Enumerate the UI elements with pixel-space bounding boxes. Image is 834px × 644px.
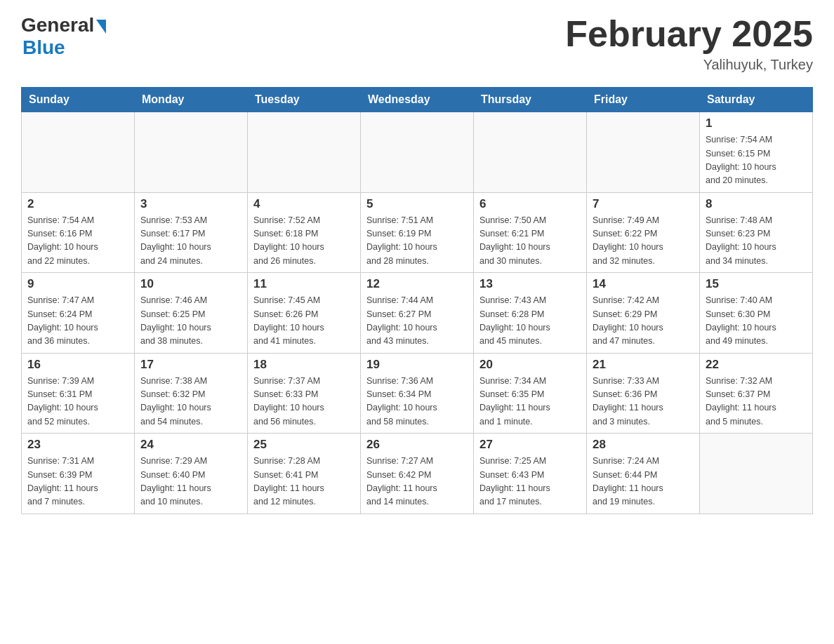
day-info: Sunrise: 7:32 AMSunset: 6:37 PMDaylight:… — [706, 375, 807, 429]
day-info: Sunrise: 7:29 AMSunset: 6:40 PMDaylight:… — [140, 455, 241, 509]
day-cell: 9Sunrise: 7:47 AMSunset: 6:24 PMDaylight… — [22, 273, 135, 354]
day-number: 27 — [479, 438, 581, 452]
day-cell: 11Sunrise: 7:45 AMSunset: 6:26 PMDayligh… — [248, 273, 361, 354]
col-header-friday: Friday — [587, 88, 700, 112]
col-header-tuesday: Tuesday — [248, 88, 361, 112]
day-cell: 2Sunrise: 7:54 AMSunset: 6:16 PMDaylight… — [22, 192, 135, 273]
day-info: Sunrise: 7:34 AMSunset: 6:35 PMDaylight:… — [479, 375, 581, 429]
day-info: Sunrise: 7:33 AMSunset: 6:36 PMDaylight:… — [593, 375, 694, 429]
day-cell: 16Sunrise: 7:39 AMSunset: 6:31 PMDayligh… — [22, 353, 135, 434]
title-block: February 2025 Yalihuyuk, Turkey — [565, 14, 813, 73]
week-row-2: 9Sunrise: 7:47 AMSunset: 6:24 PMDaylight… — [22, 273, 813, 354]
day-number: 2 — [27, 197, 128, 211]
day-number: 20 — [479, 358, 581, 372]
day-info: Sunrise: 7:50 AMSunset: 6:21 PMDaylight:… — [479, 214, 581, 269]
day-cell: 8Sunrise: 7:48 AMSunset: 6:23 PMDaylight… — [700, 192, 813, 273]
week-row-4: 23Sunrise: 7:31 AMSunset: 6:39 PMDayligh… — [22, 434, 813, 514]
day-cell: 15Sunrise: 7:40 AMSunset: 6:30 PMDayligh… — [700, 273, 813, 354]
col-header-wednesday: Wednesday — [361, 88, 474, 112]
day-info: Sunrise: 7:43 AMSunset: 6:28 PMDaylight:… — [479, 294, 581, 349]
logo: General Blue — [21, 14, 106, 59]
logo-triangle-icon — [96, 20, 106, 34]
day-cell: 4Sunrise: 7:52 AMSunset: 6:18 PMDaylight… — [248, 192, 361, 273]
page-header: General Blue February 2025 Yalihuyuk, Tu… — [21, 14, 813, 73]
day-info: Sunrise: 7:24 AMSunset: 6:44 PMDaylight:… — [593, 455, 694, 509]
day-info: Sunrise: 7:52 AMSunset: 6:18 PMDaylight:… — [253, 214, 355, 269]
day-number: 15 — [706, 277, 807, 291]
day-number: 7 — [593, 197, 694, 211]
day-number: 1 — [706, 116, 807, 130]
day-info: Sunrise: 7:44 AMSunset: 6:27 PMDaylight:… — [366, 294, 468, 349]
day-cell — [474, 112, 587, 193]
day-cell: 3Sunrise: 7:53 AMSunset: 6:17 PMDaylight… — [135, 192, 248, 273]
day-cell: 14Sunrise: 7:42 AMSunset: 6:29 PMDayligh… — [587, 273, 700, 354]
day-number: 10 — [140, 277, 241, 291]
day-cell: 1Sunrise: 7:54 AMSunset: 6:15 PMDaylight… — [700, 112, 813, 193]
day-cell: 26Sunrise: 7:27 AMSunset: 6:42 PMDayligh… — [361, 434, 474, 514]
logo-blue-text: Blue — [22, 36, 65, 59]
day-number: 5 — [366, 197, 468, 211]
day-cell — [135, 112, 248, 193]
day-cell: 5Sunrise: 7:51 AMSunset: 6:19 PMDaylight… — [361, 192, 474, 273]
day-number: 8 — [706, 197, 807, 211]
day-number: 14 — [593, 277, 694, 291]
header-row: SundayMondayTuesdayWednesdayThursdayFrid… — [22, 88, 813, 112]
day-number: 12 — [366, 277, 468, 291]
logo-general-text: General — [21, 14, 94, 36]
day-number: 13 — [479, 277, 581, 291]
day-info: Sunrise: 7:54 AMSunset: 6:15 PMDaylight:… — [706, 133, 807, 188]
day-number: 24 — [140, 438, 241, 452]
col-header-monday: Monday — [135, 88, 248, 112]
day-info: Sunrise: 7:40 AMSunset: 6:30 PMDaylight:… — [706, 294, 807, 349]
day-info: Sunrise: 7:39 AMSunset: 6:31 PMDaylight:… — [27, 375, 128, 429]
day-info: Sunrise: 7:51 AMSunset: 6:19 PMDaylight:… — [366, 214, 468, 269]
col-header-sunday: Sunday — [22, 88, 135, 112]
day-cell: 22Sunrise: 7:32 AMSunset: 6:37 PMDayligh… — [700, 353, 813, 434]
month-title: February 2025 — [565, 14, 813, 54]
day-cell: 18Sunrise: 7:37 AMSunset: 6:33 PMDayligh… — [248, 353, 361, 434]
day-number: 6 — [479, 197, 581, 211]
day-info: Sunrise: 7:53 AMSunset: 6:17 PMDaylight:… — [140, 214, 241, 269]
day-info: Sunrise: 7:31 AMSunset: 6:39 PMDaylight:… — [27, 455, 128, 509]
day-info: Sunrise: 7:28 AMSunset: 6:41 PMDaylight:… — [253, 455, 355, 509]
day-cell: 7Sunrise: 7:49 AMSunset: 6:22 PMDaylight… — [587, 192, 700, 273]
day-number: 21 — [593, 358, 694, 372]
day-info: Sunrise: 7:47 AMSunset: 6:24 PMDaylight:… — [27, 294, 128, 349]
day-number: 11 — [253, 277, 355, 291]
day-cell — [248, 112, 361, 193]
day-info: Sunrise: 7:54 AMSunset: 6:16 PMDaylight:… — [27, 214, 128, 269]
calendar-body: 1Sunrise: 7:54 AMSunset: 6:15 PMDaylight… — [22, 112, 813, 514]
day-cell: 27Sunrise: 7:25 AMSunset: 6:43 PMDayligh… — [474, 434, 587, 514]
day-number: 26 — [366, 438, 468, 452]
day-cell: 23Sunrise: 7:31 AMSunset: 6:39 PMDayligh… — [22, 434, 135, 514]
day-cell: 24Sunrise: 7:29 AMSunset: 6:40 PMDayligh… — [135, 434, 248, 514]
day-cell: 6Sunrise: 7:50 AMSunset: 6:21 PMDaylight… — [474, 192, 587, 273]
day-cell: 17Sunrise: 7:38 AMSunset: 6:32 PMDayligh… — [135, 353, 248, 434]
day-number: 4 — [253, 197, 355, 211]
day-cell: 12Sunrise: 7:44 AMSunset: 6:27 PMDayligh… — [361, 273, 474, 354]
day-info: Sunrise: 7:42 AMSunset: 6:29 PMDaylight:… — [593, 294, 694, 349]
day-cell — [361, 112, 474, 193]
week-row-1: 2Sunrise: 7:54 AMSunset: 6:16 PMDaylight… — [22, 192, 813, 273]
day-info: Sunrise: 7:37 AMSunset: 6:33 PMDaylight:… — [253, 375, 355, 429]
day-info: Sunrise: 7:25 AMSunset: 6:43 PMDaylight:… — [479, 455, 581, 509]
day-cell: 10Sunrise: 7:46 AMSunset: 6:25 PMDayligh… — [135, 273, 248, 354]
day-info: Sunrise: 7:49 AMSunset: 6:22 PMDaylight:… — [593, 214, 694, 269]
day-number: 17 — [140, 358, 241, 372]
day-number: 3 — [140, 197, 241, 211]
day-number: 18 — [253, 358, 355, 372]
day-number: 22 — [706, 358, 807, 372]
day-cell: 19Sunrise: 7:36 AMSunset: 6:34 PMDayligh… — [361, 353, 474, 434]
day-cell: 13Sunrise: 7:43 AMSunset: 6:28 PMDayligh… — [474, 273, 587, 354]
week-row-0: 1Sunrise: 7:54 AMSunset: 6:15 PMDaylight… — [22, 112, 813, 193]
day-number: 25 — [253, 438, 355, 452]
calendar-table: SundayMondayTuesdayWednesdayThursdayFrid… — [21, 87, 813, 514]
day-info: Sunrise: 7:48 AMSunset: 6:23 PMDaylight:… — [706, 214, 807, 269]
day-number: 23 — [27, 438, 128, 452]
col-header-saturday: Saturday — [700, 88, 813, 112]
day-cell: 25Sunrise: 7:28 AMSunset: 6:41 PMDayligh… — [248, 434, 361, 514]
day-cell — [587, 112, 700, 193]
day-cell: 28Sunrise: 7:24 AMSunset: 6:44 PMDayligh… — [587, 434, 700, 514]
day-number: 9 — [27, 277, 128, 291]
day-info: Sunrise: 7:36 AMSunset: 6:34 PMDaylight:… — [366, 375, 468, 429]
